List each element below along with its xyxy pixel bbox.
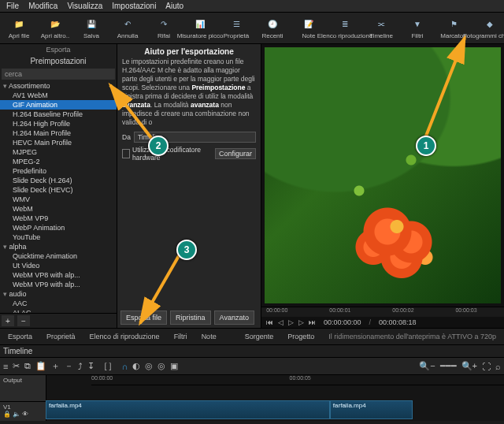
preset-item[interactable]: GIF Animation xyxy=(0,100,117,110)
preset-item[interactable]: HEVC Main Profile xyxy=(0,138,117,147)
preset-add-button[interactable]: + xyxy=(2,315,14,326)
preset-group[interactable]: Assortimento xyxy=(0,81,117,91)
menu-help[interactable]: Aiuto xyxy=(165,2,183,10)
toolbar-playlist[interactable]: ≣Elenco riproduzione xyxy=(329,15,361,41)
next-frame-icon[interactable]: ▷ xyxy=(298,318,304,326)
tab-project[interactable]: Progetto xyxy=(283,331,319,342)
skip-start-icon[interactable]: ⏮ xyxy=(266,318,273,326)
preset-group[interactable]: alpha xyxy=(0,242,117,251)
tl-ripple-markers-icon[interactable]: ▣ xyxy=(170,361,178,371)
track-headers: Output V1 🔒 🔈 👁 xyxy=(0,375,46,421)
toolbar-recent[interactable]: 🕘Recenti xyxy=(257,15,288,41)
prev-frame-icon[interactable]: ◁ xyxy=(278,318,284,326)
tab-playlist[interactable]: Elenco di riproduzione xyxy=(85,331,165,342)
tl-remove-icon[interactable]: － xyxy=(65,360,73,372)
preset-item[interactable]: AV1 WebM xyxy=(0,91,117,100)
track-hide-icon[interactable]: 👁 xyxy=(22,411,28,418)
preset-item[interactable]: Quicktime Animation xyxy=(0,251,117,261)
tl-snap-icon[interactable]: ∩ xyxy=(121,362,128,371)
export-file-button[interactable]: Esporta file xyxy=(120,311,167,325)
preset-tree[interactable]: AssortimentoAV1 WebMGIF AnimationH.264 B… xyxy=(0,81,117,313)
configure-button[interactable]: Configurar xyxy=(215,148,256,159)
tab-notes[interactable]: Note xyxy=(197,331,221,342)
preset-item[interactable]: Ut Video xyxy=(0,261,117,270)
tl-copy-icon[interactable]: ⧉ xyxy=(24,361,31,371)
preset-item[interactable]: WebM VP9 with alp... xyxy=(0,280,117,289)
menu-view[interactable]: Visualizza xyxy=(67,2,102,10)
preset-search-input[interactable]: cerca xyxy=(2,69,115,80)
track-mute-icon[interactable]: 🔈 xyxy=(13,411,20,418)
preview-image xyxy=(265,47,501,303)
toolbar-save[interactable]: 💾Salva xyxy=(76,15,107,41)
timeline-label: Timeline xyxy=(0,345,504,358)
track-output[interactable]: Output xyxy=(0,375,46,402)
tl-split-icon[interactable]: ［］ xyxy=(99,360,117,372)
toolbar-undo[interactable]: ↶Annulla xyxy=(112,15,143,41)
tab-source[interactable]: Sorgente xyxy=(240,331,279,342)
preset-item[interactable]: AAC xyxy=(0,299,117,308)
preset-item[interactable]: Predefinito xyxy=(0,166,117,176)
tl-zoom-slider[interactable]: ━━━ xyxy=(440,361,457,371)
tl-ripple-all-icon[interactable]: ◎ xyxy=(158,361,165,371)
tab-export[interactable]: Esporta xyxy=(3,331,37,342)
preset-item[interactable]: YouTube xyxy=(0,232,117,242)
preset-item[interactable]: MPEG-2 xyxy=(0,157,117,166)
menu-file[interactable]: File xyxy=(6,2,19,10)
toolbar-properties[interactable]: ☰Proprietà xyxy=(220,15,252,41)
tl-paste-icon[interactable]: 📋 xyxy=(35,361,46,371)
timeline-ruler[interactable]: 00:00:00 00:00:05 xyxy=(91,375,504,385)
save-icon: 💾 xyxy=(84,17,98,31)
preset-item[interactable]: WebM VP9 xyxy=(0,214,117,223)
preview-ruler[interactable]: 00:00:00 00:00:01 00:00:02 00:00:03 xyxy=(261,307,504,317)
timeline-tracks[interactable]: Output V1 🔒 🔈 👁 00:00:00 00:00:05 farfal… xyxy=(0,375,504,421)
preset-item[interactable]: WebM VP8 with alp... xyxy=(0,270,117,280)
toolbar-open-file[interactable]: 📁Apri file xyxy=(3,15,35,41)
tl-menu-icon[interactable]: ≡ xyxy=(3,362,8,371)
from-label: Da xyxy=(122,133,131,141)
preset-item[interactable]: WebM xyxy=(0,204,117,214)
tab-filters[interactable]: Filtri xyxy=(169,331,192,342)
toolbar-keyframes[interactable]: ◆Fotogrammi chiave xyxy=(474,15,504,41)
menu-settings[interactable]: Impostazioni xyxy=(112,2,156,10)
reset-button[interactable]: Ripristina xyxy=(170,311,211,325)
menu-edit[interactable]: Modifica xyxy=(28,2,57,10)
track-lock-icon[interactable]: 🔒 xyxy=(3,411,11,418)
preset-item[interactable]: Slide Deck (HEVC) xyxy=(0,185,117,195)
tl-zoom-fit-icon[interactable]: ⛶ xyxy=(482,362,491,371)
track-v1[interactable]: V1 🔒 🔈 👁 xyxy=(0,402,46,424)
toolbar-open-other[interactable]: 📂Apri altro.. xyxy=(39,15,71,41)
play-icon[interactable]: ▷ xyxy=(288,318,294,326)
toolbar-filters[interactable]: ▼Filtri xyxy=(402,15,433,41)
peak-meter-icon: 📊 xyxy=(193,17,207,31)
toolbar-label: Proprietà xyxy=(224,32,249,39)
preset-item[interactable]: WebP Animation xyxy=(0,223,117,232)
properties-icon: ☰ xyxy=(229,17,243,31)
preset-item[interactable]: H.264 Main Profile xyxy=(0,128,117,138)
advanced-button[interactable]: Avanzato xyxy=(214,311,254,325)
skip-end-icon[interactable]: ⏭ xyxy=(309,318,316,326)
preset-item[interactable]: H.264 High Profile xyxy=(0,119,117,128)
preset-item[interactable]: Slide Deck (H.264) xyxy=(0,176,117,185)
tl-ripple-icon[interactable]: ◎ xyxy=(145,361,153,371)
clip-2[interactable]: farfalla.mp4 xyxy=(330,400,413,419)
play-controls: ⏮ ◁ ▷ ▷ ⏭ xyxy=(266,318,316,326)
preset-item[interactable]: WMV xyxy=(0,195,117,204)
tl-scrub-icon[interactable]: ◐ xyxy=(132,361,140,371)
tl-zoom-out-icon[interactable]: 🔍− xyxy=(419,361,435,371)
tl-lift-icon[interactable]: ⤴ xyxy=(78,362,83,371)
tl-append-icon[interactable]: ＋ xyxy=(51,360,60,372)
preset-item[interactable]: MJPEG xyxy=(0,147,117,157)
tl-record-icon[interactable]: ⌕ xyxy=(495,362,501,371)
clip-1[interactable]: farfalla.mp4 xyxy=(46,400,330,419)
toolbar-timeline[interactable]: ⫘Timeline xyxy=(365,15,397,41)
preset-remove-button[interactable]: − xyxy=(17,315,30,326)
preset-group[interactable]: audio xyxy=(0,289,117,299)
tab-properties[interactable]: Proprietà xyxy=(42,331,80,342)
preset-add-remove: + − xyxy=(0,313,117,328)
tl-overwrite-icon[interactable]: ↧ xyxy=(87,361,94,371)
toolbar-peak-meter[interactable]: 📊Misuratore picco xyxy=(184,15,216,41)
toolbar-redo[interactable]: ↷Rifai xyxy=(148,15,180,41)
preset-item[interactable]: H.264 Baseline Profile xyxy=(0,110,117,119)
tl-cut-icon[interactable]: ✂ xyxy=(13,361,20,371)
tl-zoom-in-icon[interactable]: 🔍+ xyxy=(461,361,477,371)
